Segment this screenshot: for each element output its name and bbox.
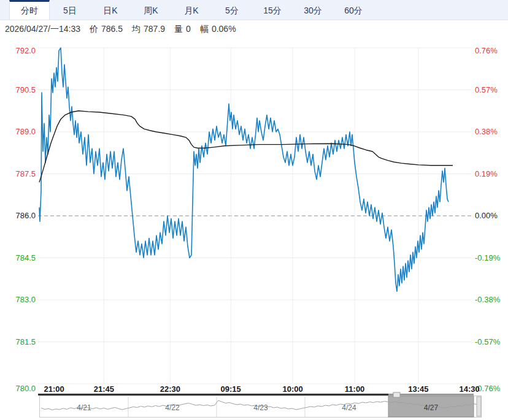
x-axis-time-label: 21:45 bbox=[94, 384, 114, 394]
x-axis-time-label: 13:45 bbox=[408, 384, 428, 394]
chart-plot-area[interactable] bbox=[38, 48, 471, 384]
y-axis-price-label: 780.0 bbox=[15, 384, 36, 393]
y-axis-percent-label: 0.57% bbox=[475, 85, 498, 94]
y-axis-percent-label: -0.57% bbox=[475, 337, 501, 346]
navigator-day-panel-4-22[interactable] bbox=[128, 396, 217, 418]
y-axis-percent-label: 0.19% bbox=[475, 169, 498, 178]
navigator-day-panel-4-23[interactable] bbox=[217, 396, 305, 418]
y-axis-price-label: 792.0 bbox=[15, 46, 36, 55]
y-axis-percent-label: -0.19% bbox=[475, 253, 501, 262]
y-axis-price-label: 787.5 bbox=[15, 169, 36, 178]
navigator-left-grip[interactable] bbox=[393, 392, 400, 397]
y-axis-price-label: 784.5 bbox=[15, 253, 36, 262]
x-axis-time-label: 14:30 bbox=[460, 384, 480, 394]
y-axis-percent-label: 0.76% bbox=[475, 46, 498, 55]
y-axis-price-label: 781.5 bbox=[15, 337, 36, 346]
y-axis-price-label: 786.0 bbox=[15, 211, 36, 220]
trading-app-window: 分时5日日K周K月K5分15分30分60分 2026/04/27/一14:33 … bbox=[0, 0, 508, 420]
x-axis-time-label: 10:00 bbox=[283, 384, 303, 394]
y-axis-percent-label: 0.38% bbox=[475, 127, 498, 136]
navigator-day-panel-4-27[interactable] bbox=[393, 396, 482, 418]
x-axis-time-label: 09:15 bbox=[221, 384, 241, 394]
x-axis-time-label: 21:00 bbox=[44, 384, 64, 394]
x-axis-time-label: 11:00 bbox=[345, 384, 365, 394]
y-axis-price-label: 783.0 bbox=[15, 295, 36, 304]
x-axis-time-label: 22:30 bbox=[160, 384, 180, 394]
y-axis-percent-label: 0.00% bbox=[475, 211, 498, 220]
y-axis-price-label: 790.5 bbox=[15, 85, 36, 94]
navigator-right-grip[interactable] bbox=[477, 397, 481, 416]
y-axis-price-label: 789.0 bbox=[15, 127, 36, 136]
navigator-scroll-track bbox=[38, 394, 388, 395]
navigator-day-panel-4-21[interactable] bbox=[40, 396, 128, 418]
intraday-chart-canvas: 792.00.76%790.50.57%789.00.38%787.50.19%… bbox=[0, 0, 508, 420]
navigator-day-panel-4-24[interactable] bbox=[305, 396, 393, 418]
navigator-scroll-thumb[interactable] bbox=[388, 394, 474, 395]
y-axis-percent-label: -0.38% bbox=[475, 295, 501, 304]
